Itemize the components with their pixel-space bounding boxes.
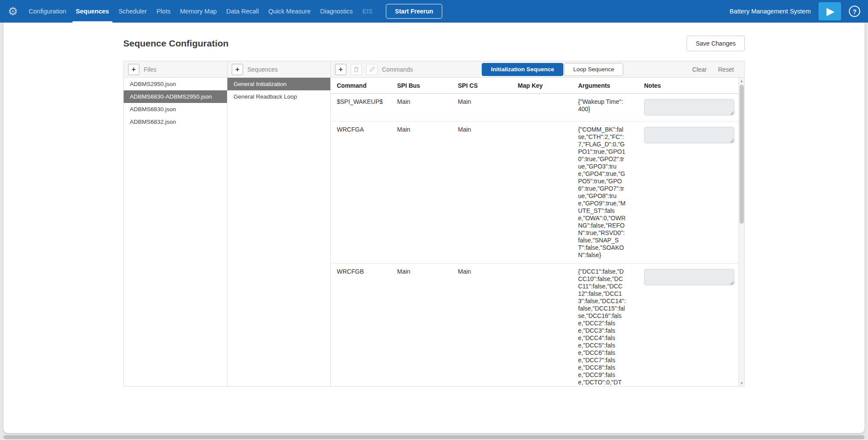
file-item[interactable]: ADBMS2950.json xyxy=(124,78,227,90)
commands-panel: + Commands Initialization Sequence Loop … xyxy=(330,61,745,386)
sequences-list: General Initialization General Readback … xyxy=(227,78,330,103)
sequence-type-toggle: Initialization Sequence Loop Sequence xyxy=(482,63,623,76)
top-navbar: ⚙ Configuration Sequences Scheduler Plot… xyxy=(0,0,868,23)
edit-command-button[interactable] xyxy=(366,64,378,75)
files-panel-title: Files xyxy=(144,66,157,73)
commands-header-links: Clear Reset xyxy=(692,66,740,73)
commands-table-header: Command SPI Bus SPI CS Map Key Arguments… xyxy=(331,78,738,94)
cell-notes xyxy=(641,122,738,263)
cell-spi-bus: Main xyxy=(394,94,454,121)
sequences-panel: + Sequences General Initialization Gener… xyxy=(227,61,330,386)
sequences-panel-title: Sequences xyxy=(247,66,278,73)
cell-command: $SPI_WAKEUP$ xyxy=(331,94,394,121)
trash-icon xyxy=(353,66,359,73)
file-item[interactable]: ADBMS6832.json xyxy=(124,116,227,128)
question-mark-icon: ? xyxy=(852,8,856,15)
nav-memory-map[interactable]: Memory Map xyxy=(177,0,220,23)
help-button[interactable]: ? xyxy=(849,6,860,17)
nav-eis: EIS xyxy=(359,0,376,23)
file-item[interactable]: ADBMS6830.json xyxy=(124,103,227,116)
nav-scheduler[interactable]: Scheduler xyxy=(115,0,150,23)
files-panel-header: + Files xyxy=(124,61,227,78)
commands-panel-header: + Commands Initialization Sequence Loop … xyxy=(331,61,744,78)
file-item-selected[interactable]: ADBMS6830-ADBMS2950.json xyxy=(124,90,227,103)
cell-map-key xyxy=(514,122,575,263)
scroll-down-icon[interactable]: ▼ xyxy=(739,380,744,386)
cell-map-key xyxy=(514,94,575,121)
nav-data-recall[interactable]: Data Recall xyxy=(223,0,262,23)
commands-scrollbar[interactable]: ▲ ▼ xyxy=(738,78,744,386)
files-list: ADBMS2950.json ADBMS6830-ADBMS2950.json … xyxy=(124,78,227,128)
nav-configuration[interactable]: Configuration xyxy=(25,0,69,23)
page-title: Sequence Configuration xyxy=(123,38,229,49)
nav-sequences[interactable]: Sequences xyxy=(72,0,113,23)
col-spi-bus: SPI Bus xyxy=(394,78,454,93)
scroll-up-icon[interactable]: ▲ xyxy=(739,78,744,84)
app-title: Battery Management System xyxy=(730,8,811,15)
play-icon: ▶ xyxy=(826,6,834,17)
cell-arguments: {"DCC1":false,"DCC10":false,"DCC11":fals… xyxy=(575,264,641,386)
command-row[interactable]: WRCFGB Main Main {"DCC1":false,"DCC10":f… xyxy=(331,264,738,386)
cell-spi-bus: Main xyxy=(394,122,454,263)
initialization-sequence-tab[interactable]: Initialization Sequence xyxy=(482,63,563,76)
command-row[interactable]: WRCFGA Main Main {"COMM_BK":false,"CTH":… xyxy=(331,122,738,264)
sequence-item-selected[interactable]: General Initialization xyxy=(227,78,330,90)
sequence-item[interactable]: General Readback Loop xyxy=(227,90,330,103)
start-freerun-button[interactable]: Start Freerun xyxy=(386,4,442,19)
pencil-icon xyxy=(369,66,375,72)
cell-arguments: {"COMM_BK":false,"CTH":2,"FC":7,"FLAG_D"… xyxy=(575,122,641,263)
commands-table: Command SPI Bus SPI CS Map Key Arguments… xyxy=(331,78,738,386)
notes-textarea[interactable] xyxy=(644,127,734,143)
col-map-key: Map Key xyxy=(514,78,575,93)
notes-textarea[interactable] xyxy=(644,269,734,285)
add-command-button[interactable]: + xyxy=(335,64,346,75)
panels-container: + Files ADBMS2950.json ADBMS6830-ADBMS29… xyxy=(123,61,745,387)
main-nav: Configuration Sequences Scheduler Plots … xyxy=(24,0,377,23)
files-panel: + Files ADBMS2950.json ADBMS6830-ADBMS29… xyxy=(123,61,227,386)
play-button[interactable]: ▶ xyxy=(819,2,841,20)
cell-notes xyxy=(641,94,738,121)
col-arguments: Arguments xyxy=(575,78,641,93)
loop-sequence-tab[interactable]: Loop Sequence xyxy=(564,63,624,76)
reset-link[interactable]: Reset xyxy=(718,66,734,73)
window-horizontal-scrollbar[interactable] xyxy=(3,435,865,439)
nav-diagnostics[interactable]: Diagnostics xyxy=(317,0,356,23)
delete-command-button[interactable] xyxy=(351,64,362,75)
sequences-panel-header: + Sequences xyxy=(227,61,330,78)
commands-panel-title: Commands xyxy=(382,66,413,73)
nav-quick-measure[interactable]: Quick Measure xyxy=(265,0,314,23)
col-command: Command xyxy=(331,78,394,93)
main-card: Sequence Configuration Save Changes + Fi… xyxy=(3,23,865,433)
cell-notes xyxy=(641,264,738,386)
col-spi-cs: SPI CS xyxy=(454,78,514,93)
command-row[interactable]: $SPI_WAKEUP$ Main Main {"Wakeup Time":40… xyxy=(331,94,738,122)
add-sequence-button[interactable]: + xyxy=(232,64,243,75)
cell-spi-bus: Main xyxy=(394,264,454,386)
cell-command: WRCFGB xyxy=(331,264,394,386)
cell-command: WRCFGA xyxy=(331,122,394,263)
settings-gear-icon[interactable]: ⚙ xyxy=(8,6,18,17)
nav-plots[interactable]: Plots xyxy=(153,0,174,23)
commands-table-wrap: Command SPI Bus SPI CS Map Key Arguments… xyxy=(331,78,744,386)
clear-link[interactable]: Clear xyxy=(692,66,707,73)
notes-textarea[interactable] xyxy=(644,99,734,116)
col-notes: Notes xyxy=(641,78,738,93)
add-file-button[interactable]: + xyxy=(128,64,139,75)
page-header: Sequence Configuration Save Changes xyxy=(123,23,745,61)
cell-arguments: {"Wakeup Time":400} xyxy=(575,94,641,121)
scrollbar-thumb[interactable] xyxy=(740,85,744,224)
cell-spi-cs: Main xyxy=(454,94,514,121)
cell-spi-cs: Main xyxy=(454,122,514,263)
save-changes-button[interactable]: Save Changes xyxy=(687,36,745,51)
cell-map-key xyxy=(514,264,575,386)
cell-spi-cs: Main xyxy=(454,264,514,386)
navbar-right-group: Battery Management System ▶ ? xyxy=(730,2,860,20)
